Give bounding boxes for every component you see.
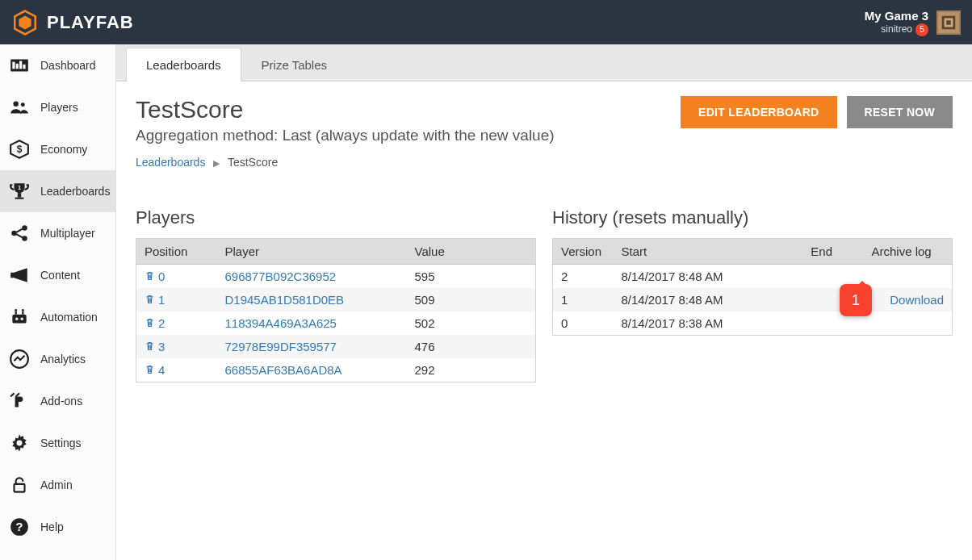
reset-now-button[interactable]: RESET NOW [847, 96, 953, 128]
tab-prize-tables[interactable]: Prize Tables [241, 48, 347, 81]
economy-icon: $ [8, 138, 31, 161]
table-row: 0696877B092C36952595 [136, 265, 536, 289]
players-panel: Players Position Player Value 0696877B09… [136, 207, 536, 382]
sidebar-item-settings[interactable]: Settings [0, 422, 115, 464]
svg-point-24 [15, 317, 18, 320]
breadcrumb-root[interactable]: Leaderboards [136, 156, 205, 169]
breadcrumb-current: TestScore [228, 156, 278, 169]
svg-text:$: $ [17, 144, 23, 155]
archive-cell [864, 265, 953, 289]
svg-point-17 [11, 231, 17, 236]
sidebar-item-label: Leaderboards [40, 185, 110, 198]
svg-rect-8 [19, 61, 22, 69]
position-link[interactable]: 2 [158, 316, 165, 330]
multiplayer-icon [8, 222, 31, 244]
trash-icon[interactable] [145, 364, 155, 375]
svg-point-28 [15, 309, 17, 311]
breadcrumb: Leaderboards ▶ TestScore [136, 156, 953, 169]
col-value: Value [407, 239, 536, 265]
sidebar-item-label: Automation [40, 311, 98, 324]
player-link[interactable]: 72978E99DF359577 [225, 340, 337, 353]
brand[interactable]: PLAYFAB [11, 9, 134, 36]
chevron-right-icon: ▶ [213, 158, 220, 168]
trash-icon[interactable] [145, 270, 155, 282]
trash-icon[interactable] [145, 341, 155, 352]
analytics-icon [8, 348, 31, 370]
notification-badge[interactable]: 5 [915, 23, 928, 36]
svg-rect-6 [12, 62, 15, 69]
svg-text:1: 1 [18, 184, 21, 191]
position-link[interactable]: 0 [158, 270, 165, 283]
tab-leaderboards[interactable]: Leaderboards [126, 48, 241, 81]
sidebar-item-admin[interactable]: Admin [0, 464, 115, 506]
sidebar-item-addons[interactable]: Add-ons [0, 380, 115, 422]
table-row: 08/14/2017 8:38 AM [553, 311, 953, 336]
sidebar-item-economy[interactable]: $ Economy [0, 128, 115, 170]
sidebar-item-leaderboards[interactable]: 1 Leaderboards [0, 170, 115, 212]
table-row: 28/14/2017 8:48 AM [553, 265, 953, 289]
svg-rect-14 [18, 193, 21, 197]
content-icon [8, 264, 31, 286]
main: Leaderboards Prize Tables TestScore Aggr… [116, 44, 972, 560]
sidebar-item-automation[interactable]: Automation [0, 296, 115, 338]
col-position: Position [136, 239, 217, 265]
col-archive: Archive log [864, 239, 953, 265]
download-link[interactable]: Download [890, 293, 944, 307]
sidebar-item-label: Economy [40, 143, 87, 156]
sidebar-item-dashboard[interactable]: Dashboard [0, 44, 115, 86]
tabbar: Leaderboards Prize Tables [116, 44, 972, 81]
svg-point-25 [21, 317, 23, 320]
sidebar-item-analytics[interactable]: Analytics [0, 338, 115, 380]
col-end: End [802, 239, 863, 265]
sidebar-item-label: Content [40, 269, 80, 282]
trash-icon[interactable] [145, 317, 155, 328]
table-row: 1D1945AB1D581D0EB509 [136, 288, 536, 311]
svg-point-11 [21, 102, 25, 107]
position-link[interactable]: 1 [158, 293, 165, 307]
avatar[interactable] [936, 10, 961, 35]
col-start: Start [614, 239, 803, 265]
svg-line-31 [10, 393, 14, 396]
table-row: 372978E99DF359577476 [136, 335, 536, 358]
player-link[interactable]: D1945AB1D581D0EB [225, 293, 345, 307]
account-block[interactable]: My Game 3 sinitreo 5 [865, 9, 961, 36]
sidebar-item-content[interactable]: Content [0, 254, 115, 296]
position-link[interactable]: 4 [158, 363, 165, 377]
svg-marker-1 [19, 15, 31, 29]
edit-leaderboard-button[interactable]: EDIT LEADERBOARD [681, 96, 836, 128]
topbar: PLAYFAB My Game 3 sinitreo 5 [0, 0, 972, 44]
sidebar-item-help[interactable]: ? Help [0, 506, 115, 548]
svg-point-10 [13, 101, 19, 107]
player-link[interactable]: 696877B092C36952 [225, 270, 337, 283]
sidebar-item-label: Settings [40, 437, 82, 449]
sidebar-item-label: Admin [40, 479, 73, 491]
svg-line-21 [16, 234, 23, 237]
version-cell: 0 [553, 311, 614, 336]
archive-cell: Download [864, 288, 953, 311]
svg-point-29 [22, 309, 24, 311]
dashboard-icon [8, 54, 31, 77]
table-row: 466855AF63BA6AD8A292 [136, 358, 536, 382]
svg-rect-7 [16, 64, 19, 69]
callout-marker: 1 [840, 284, 872, 316]
position-link[interactable]: 3 [158, 340, 165, 353]
table-row: 2118394A469A3A625502 [136, 311, 536, 335]
svg-point-34 [17, 441, 23, 446]
svg-rect-9 [23, 65, 25, 69]
trash-icon[interactable] [145, 294, 155, 305]
svg-rect-35 [15, 484, 25, 492]
player-link[interactable]: 66855AF63BA6AD8A [225, 363, 342, 377]
player-link[interactable]: 118394A469A3A625 [225, 316, 337, 330]
players-table: Position Player Value 0696877B092C369525… [136, 238, 536, 382]
page-subtitle: Aggregation method: Last (always update … [136, 127, 555, 144]
sidebar: Dashboard Players $ Economy 1 Leaderboar… [0, 44, 116, 560]
sidebar-item-players[interactable]: Players [0, 86, 115, 128]
sidebar-item-label: Players [40, 101, 78, 114]
sidebar-item-multiplayer[interactable]: Multiplayer [0, 212, 115, 254]
sidebar-item-label: Add-ons [40, 395, 82, 407]
brand-logo-icon [11, 9, 39, 36]
value-cell: 292 [407, 358, 536, 382]
addons-icon [8, 390, 31, 412]
leaderboards-icon: 1 [8, 180, 31, 203]
history-panel-title: History (resets manually) [552, 207, 953, 228]
